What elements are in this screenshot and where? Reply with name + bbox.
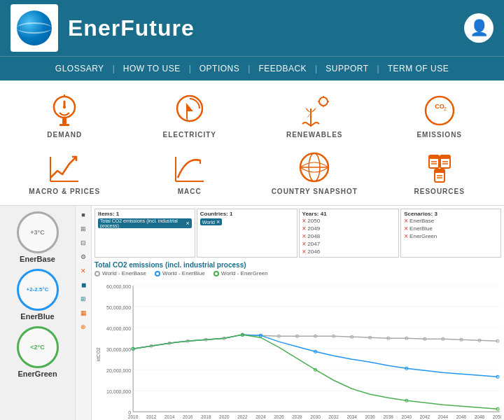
- svg-text:2026: 2026: [274, 414, 284, 419]
- svg-text:2050: 2050: [493, 414, 501, 419]
- macro-icon-item[interactable]: MACRO & PRICES: [4, 144, 126, 198]
- scenario-item-base[interactable]: EnerBase: [404, 217, 498, 225]
- year-item-2046[interactable]: 2046: [302, 248, 396, 255]
- filter-item-tag[interactable]: Total CO2 emissions (incl. industrial pr…: [98, 218, 192, 228]
- renewables-icon-item[interactable]: RENEWABLES: [253, 88, 376, 141]
- electricity-icon-item[interactable]: ELECTRICITY: [129, 88, 251, 141]
- svg-text:2012: 2012: [146, 414, 157, 419]
- svg-text:2040: 2040: [402, 414, 412, 419]
- enerbase-circle: +3°C: [17, 211, 59, 253]
- logo-globe: [17, 10, 52, 46]
- legend-green: World - EnerGreen: [214, 270, 268, 276]
- filter-item-remove[interactable]: ×: [186, 220, 189, 227]
- electricity-icon: [172, 93, 207, 128]
- svg-text:2032: 2032: [328, 414, 339, 419]
- toolbar-btn-close[interactable]: ✕: [77, 265, 90, 277]
- filter-countries[interactable]: Countries: 1 World ×: [197, 209, 298, 258]
- svg-text:2038: 2038: [383, 414, 393, 419]
- year-item-2050[interactable]: 2050: [302, 217, 396, 225]
- svg-text:2042: 2042: [420, 414, 430, 419]
- svg-text:2020: 2020: [219, 414, 230, 419]
- svg-text:2034: 2034: [346, 414, 357, 419]
- svg-rect-29: [440, 155, 450, 159]
- toolbar-btn-3[interactable]: ⊟: [77, 237, 90, 249]
- svg-text:10,000,000: 10,000,000: [106, 389, 131, 394]
- enerblue-card[interactable]: +2-2.5°C EnerBlue: [17, 269, 59, 321]
- icon-grid: DEMAND ELECTRICITY RENEWABLES: [0, 80, 504, 206]
- filter-country-remove[interactable]: ×: [216, 218, 220, 225]
- svg-text:30,000,000: 30,000,000: [106, 347, 131, 352]
- toolbar-btn-5[interactable]: ◼: [77, 279, 90, 291]
- toolbar-btn-1[interactable]: ■: [77, 209, 90, 221]
- macc-label: MACC: [178, 188, 202, 195]
- logo-box: [10, 4, 58, 52]
- chart-legend: World - EnerBase World - EnerBlue World …: [94, 270, 501, 276]
- svg-point-14: [426, 97, 454, 125]
- macc-icon: [172, 150, 207, 185]
- svg-point-4: [63, 106, 66, 108]
- emissions-icon-item[interactable]: CO 2 EMISSIONS: [379, 88, 501, 141]
- legend-dot-base: [94, 271, 100, 276]
- svg-point-8: [319, 97, 328, 106]
- toolbar-btn-8[interactable]: ⊛: [77, 321, 90, 333]
- year-item-2049[interactable]: 2049: [302, 225, 396, 232]
- filter-years[interactable]: Years: 41 2050 2049 2048 2047 2046: [299, 209, 400, 258]
- renewables-icon: [297, 93, 332, 128]
- macc-icon-item[interactable]: MACC: [129, 144, 251, 198]
- enerblue-circle: +2-2.5°C: [17, 269, 59, 311]
- enerbase-name: EnerBase: [20, 255, 55, 263]
- svg-text:2024: 2024: [255, 414, 266, 419]
- chart-svg-wrap: 60,000,000 50,000,000 40,000,000 30,000,…: [94, 279, 501, 420]
- nav-glossary[interactable]: GLOSSARY: [48, 61, 111, 76]
- filter-scenarios[interactable]: Scenarios: 3 EnerBase EnerBlue EnerGreen: [400, 209, 501, 258]
- year-item-2048[interactable]: 2048: [302, 232, 396, 240]
- svg-text:2010: 2010: [128, 414, 139, 419]
- nav-feedback[interactable]: FEEDBACK: [251, 61, 314, 76]
- toolbar-btn-6[interactable]: ⊞: [77, 293, 90, 305]
- filter-years-list: 2050 2049 2048 2047 2046: [302, 217, 396, 255]
- user-icon[interactable]: 👤: [464, 13, 493, 43]
- svg-text:20,000,000: 20,000,000: [106, 368, 131, 373]
- toolbar-btn-7[interactable]: ▦: [77, 307, 90, 319]
- chart-area: ■ ⊞ ⊟ ⚙ ✕ ◼ ⊞ ▦ ⊛ Items: 1 Total CO2 emi…: [76, 206, 504, 420]
- toolbar-btn-2[interactable]: ⊞: [77, 223, 90, 235]
- enerbase-card[interactable]: +3°C EnerBase: [17, 211, 59, 263]
- nav-support[interactable]: SUPPORT: [318, 61, 375, 76]
- enerblue-name: EnerBlue: [20, 312, 54, 321]
- toolbar-btn-4[interactable]: ⚙: [77, 251, 90, 263]
- legend-dot-green: [214, 271, 219, 276]
- svg-rect-5: [62, 118, 66, 124]
- energreen-card[interactable]: <2°C EnerGreen: [17, 326, 59, 378]
- energreen-line: [133, 335, 498, 409]
- filter-scenarios-list: EnerBase EnerBlue EnerGreen: [404, 217, 498, 240]
- filter-country-tag[interactable]: World ×: [200, 218, 222, 225]
- resources-icon-item[interactable]: RESOURCES: [379, 144, 501, 198]
- macro-icon: [47, 150, 82, 185]
- header: EnerFuture 👤: [0, 0, 504, 56]
- year-item-2047[interactable]: 2047: [302, 240, 396, 248]
- scenario-item-green[interactable]: EnerGreen: [404, 232, 498, 240]
- svg-text:2014: 2014: [164, 414, 175, 419]
- enerbase-line: [133, 335, 498, 349]
- app-title: EnerFuture: [68, 15, 195, 41]
- left-panel: +3°C EnerBase +2-2.5°C EnerBlue <2°C Ene…: [0, 206, 76, 420]
- chart-panel: Items: 1 Total CO2 emissions (incl. indu…: [92, 206, 504, 420]
- filter-years-label: Years: 41: [302, 211, 396, 217]
- filter-items[interactable]: Items: 1 Total CO2 emissions (incl. indu…: [94, 209, 195, 258]
- macro-label: MACRO & PRICES: [29, 188, 100, 195]
- nav-options[interactable]: OPTIONS: [192, 61, 247, 76]
- svg-text:2046: 2046: [456, 414, 467, 419]
- resources-label: RESOURCES: [414, 188, 465, 195]
- renewables-label: RENEWABLES: [286, 131, 343, 139]
- legend-dot-blue: [155, 271, 160, 276]
- svg-text:40,000,000: 40,000,000: [106, 326, 131, 331]
- nav-termofuse[interactable]: TERM OF USE: [381, 61, 456, 76]
- scenario-item-blue[interactable]: EnerBlue: [404, 225, 498, 232]
- chart-svg: 60,000,000 50,000,000 40,000,000 30,000,…: [94, 279, 501, 420]
- demand-icon-item[interactable]: DEMAND: [4, 88, 126, 141]
- snapshot-icon-item[interactable]: COUNTRY SNAPSHOT: [253, 144, 376, 198]
- resources-icon: [422, 150, 457, 185]
- nav-howto[interactable]: HOW TO USE: [116, 61, 188, 76]
- filter-countries-label: Countries: 1: [200, 211, 294, 217]
- svg-text:2044: 2044: [438, 414, 449, 419]
